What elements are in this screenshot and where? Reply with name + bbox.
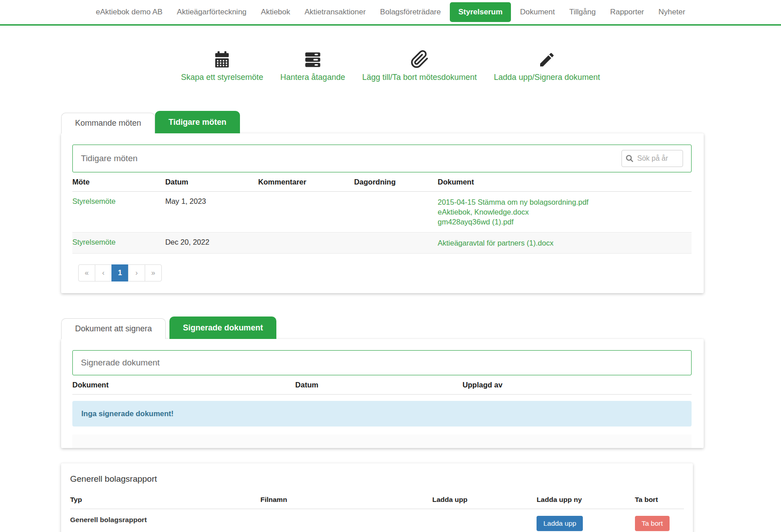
tab-signerade-dokument[interactable]: Signerade dokument — [169, 317, 276, 339]
col-header-filnamn: Filnamn — [260, 490, 432, 509]
previous-meetings-card: Tidigare möten Möte Datum Kommentarer Da… — [61, 133, 704, 293]
card-footer-strip — [72, 435, 692, 448]
pagination-page-1-button[interactable]: 1 — [111, 264, 129, 281]
action-upload-sign-documents[interactable]: Ladda upp/Signera dokument — [494, 49, 600, 82]
col-header-dokument: Dokument — [438, 172, 692, 192]
meetings-section: Kommande möten Tidigare möten Tidigare m… — [61, 111, 704, 293]
pagination-prev-button[interactable]: ‹ — [95, 264, 112, 281]
top-navbar: eAktiebok demo AB Aktieägarförteckning A… — [0, 0, 781, 26]
server-stack-icon — [304, 49, 322, 69]
action-add-remove-meeting-documents[interactable]: Lägg till/Ta bort mötesdokument — [362, 49, 477, 82]
table-row: Styrelsemöte Dec 20, 2022 Aktieägaravtal… — [72, 233, 692, 254]
action-create-board-meeting[interactable]: Skapa ett styrelsemöte — [181, 49, 263, 82]
pagination-first-button[interactable]: « — [78, 264, 95, 281]
meeting-comments — [258, 233, 354, 254]
col-header-datum: Datum — [295, 375, 462, 395]
nav-item-aktiebok[interactable]: Aktiebok — [254, 8, 297, 17]
report-filename — [260, 509, 432, 532]
report-section: Generell bolagsrapport Typ Filnamn Ladda… — [61, 463, 704, 532]
col-header-dagordning: Dagordning — [354, 172, 438, 192]
signing-section: Dokument att signera Signerade dokument … — [61, 317, 704, 448]
col-header-kommentarer: Kommentarer — [258, 172, 354, 192]
nav-item-bolagsforetradare[interactable]: Bolagsföreträdare — [373, 8, 448, 17]
signed-documents-card: Signerade dokument Dokument Datum Upplag… — [61, 339, 704, 448]
report-table: Typ Filnamn Ladda upp Ladda upp ny Ta bo… — [70, 490, 684, 532]
col-header-ladda-upp-ny: Ladda upp ny — [537, 490, 635, 509]
meeting-agenda — [354, 233, 438, 254]
meeting-date: May 1, 2023 — [165, 192, 258, 233]
pencil-icon — [538, 49, 556, 69]
col-header-ladda-upp: Ladda upp — [432, 490, 537, 509]
nav-item-eaktiebok-demo-ab[interactable]: eAktiebok demo AB — [89, 8, 169, 17]
report-upload-cell — [432, 509, 537, 532]
col-header-ta-bort: Ta bort — [635, 490, 684, 509]
meeting-comments — [258, 192, 354, 233]
table-row: Generell bolagsrapport Ladda upp Ta bort — [70, 509, 684, 532]
signed-documents-table: Dokument Datum Upplagd av — [72, 375, 692, 395]
col-header-datum: Datum — [165, 172, 258, 192]
col-header-mote: Möte — [72, 172, 165, 192]
previous-meetings-table: Möte Datum Kommentarer Dagordning Dokume… — [72, 172, 692, 254]
delete-button[interactable]: Ta bort — [635, 516, 670, 531]
calendar-icon — [213, 49, 231, 69]
panel-title: Tidigare möten — [81, 154, 138, 163]
tab-tidigare-moten[interactable]: Tidigare möten — [155, 111, 240, 133]
empty-signed-documents-alert: Inga signerade dokument! — [72, 401, 692, 426]
tab-dokument-att-signera[interactable]: Dokument att signera — [61, 318, 166, 339]
pagination-next-button[interactable]: › — [128, 264, 145, 281]
meeting-link[interactable]: Styrelsemöte — [72, 238, 115, 246]
report-title: Generell bolagsrapport — [70, 472, 684, 490]
col-header-typ: Typ — [70, 490, 260, 509]
nav-item-aktietransaktioner[interactable]: Aktietransaktioner — [297, 8, 373, 17]
nav-item-nyheter[interactable]: Nyheter — [651, 8, 692, 17]
meeting-agenda — [354, 192, 438, 233]
upload-button[interactable]: Ladda upp — [537, 516, 583, 531]
document-link[interactable]: gm428ayq36wd (1).pdf — [438, 217, 692, 227]
previous-meetings-panel-header: Tidigare möten — [72, 145, 692, 172]
table-row: Styrelsemöte May 1, 2023 2015-04-15 Stäm… — [72, 192, 692, 233]
meetings-tabs: Kommande möten Tidigare möten — [61, 111, 704, 133]
year-search — [621, 150, 683, 167]
col-header-upplagd-av: Upplagd av — [462, 375, 692, 395]
col-header-dokument: Dokument — [72, 375, 295, 395]
pagination: « ‹ 1 › » — [78, 264, 692, 281]
meeting-date: Dec 20, 2022 — [165, 233, 258, 254]
board-actions-row: Skapa ett styrelsemöte Hantera åtagande … — [0, 49, 781, 82]
tab-kommande-moten[interactable]: Kommande möten — [61, 113, 155, 133]
action-label-manage-commitments: Hantera åtagande — [280, 73, 345, 82]
document-link[interactable]: Aktieägaravtal för partners (1).docx — [438, 238, 692, 248]
panel-title: Signerade dokument — [81, 358, 160, 368]
meeting-link[interactable]: Styrelsemöte — [72, 197, 115, 205]
nav-item-styrelserum[interactable]: Styrelserum — [450, 2, 511, 22]
general-report-card: Generell bolagsrapport Typ Filnamn Ladda… — [61, 463, 693, 532]
paperclip-icon — [410, 49, 429, 69]
nav-item-dokument[interactable]: Dokument — [513, 8, 562, 17]
document-link[interactable]: 2015-04-15 Stämma om ny bolagsordning.pd… — [438, 197, 692, 207]
search-icon — [626, 154, 634, 163]
action-label-create-meeting: Skapa ett styrelsemöte — [181, 73, 263, 82]
document-link[interactable]: eAktiebok, Knowledge.docx — [438, 207, 692, 217]
signed-documents-panel-header: Signerade dokument — [72, 350, 692, 375]
action-label-add-remove-docs: Lägg till/Ta bort mötesdokument — [362, 73, 477, 82]
nav-item-rapporter[interactable]: Rapporter — [603, 8, 652, 17]
nav-item-aktieagarforteckning[interactable]: Aktieägarförteckning — [170, 8, 254, 17]
report-type-label: Generell bolagsrapport — [70, 509, 260, 532]
action-label-upload-sign: Ladda upp/Signera dokument — [494, 73, 600, 82]
signing-tabs: Dokument att signera Signerade dokument — [61, 317, 704, 339]
pagination-last-button[interactable]: » — [145, 264, 162, 281]
action-manage-commitments[interactable]: Hantera åtagande — [280, 49, 345, 82]
nav-item-tillgang[interactable]: Tillgång — [562, 8, 603, 17]
